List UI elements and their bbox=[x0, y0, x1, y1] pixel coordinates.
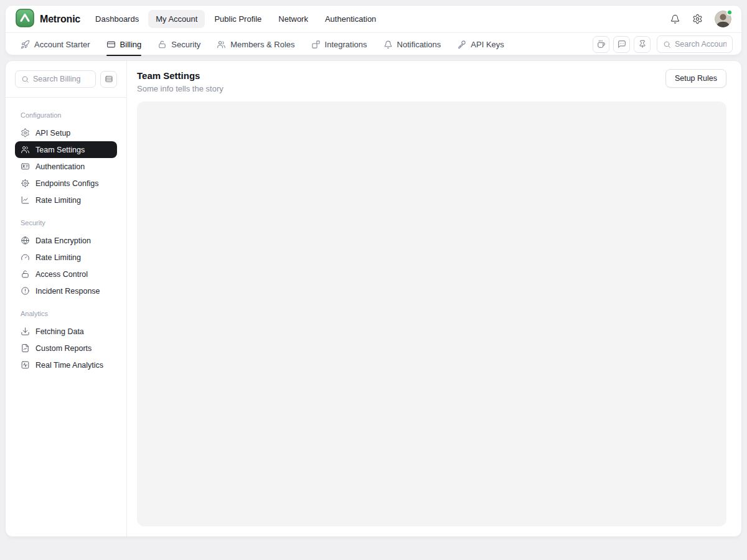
rows-icon bbox=[105, 75, 113, 83]
users-icon bbox=[21, 145, 30, 154]
sidebar-item-label: Data Encryption bbox=[35, 236, 91, 245]
account-search-input[interactable] bbox=[675, 40, 726, 49]
users-icon bbox=[217, 40, 226, 49]
pin-button[interactable] bbox=[634, 36, 651, 53]
sidebar-section-label: Configuration bbox=[15, 111, 117, 119]
sidebar-section-security: SecurityData EncryptionRate LimitingAcce… bbox=[15, 219, 117, 299]
credit-card-icon bbox=[106, 40, 116, 49]
tab-label: Security bbox=[171, 40, 200, 49]
header-actions bbox=[665, 9, 734, 29]
tab-label: Notifications bbox=[397, 40, 441, 49]
tab-security[interactable]: Security bbox=[157, 33, 200, 55]
tab-integrations[interactable]: Integrations bbox=[311, 33, 367, 55]
setup-rules-button[interactable]: Setup Rules bbox=[665, 69, 726, 88]
sidebar-item-authentication[interactable]: Authentication bbox=[15, 158, 117, 175]
sidebar-nav: ConfigurationAPI SetupTeam SettingsAuthe… bbox=[6, 98, 126, 380]
pin-icon bbox=[638, 40, 647, 49]
bell-icon bbox=[670, 14, 680, 24]
billing-search-input[interactable] bbox=[33, 75, 90, 83]
metronic-logo-icon bbox=[16, 9, 34, 30]
sidebar-item-access-control[interactable]: Access Control bbox=[15, 266, 117, 282]
top-header-row: Metronic DashboardsMy AccountPublic Prof… bbox=[6, 6, 741, 33]
coffee-button[interactable] bbox=[593, 36, 609, 53]
lock-icon bbox=[21, 269, 30, 279]
file-chart-icon bbox=[21, 343, 30, 353]
nav-item-authentication[interactable]: Authentication bbox=[317, 10, 383, 28]
gauge-icon bbox=[21, 253, 30, 262]
sidebar-section-analytics: AnalyticsFetching DataCustom ReportsReal… bbox=[15, 310, 117, 373]
download-icon bbox=[21, 327, 30, 336]
sidebar-item-label: Authentication bbox=[35, 162, 85, 171]
notifications-button[interactable] bbox=[665, 9, 685, 29]
alert-circle-icon bbox=[21, 286, 30, 296]
message-icon bbox=[618, 40, 626, 49]
sidebar-item-endpoints-configs[interactable]: Endpoints Configs bbox=[15, 175, 117, 192]
sidebar-item-custom-reports[interactable]: Custom Reports bbox=[15, 340, 117, 357]
online-status-dot bbox=[726, 9, 733, 16]
blocks-icon bbox=[311, 40, 321, 49]
chart-line-icon bbox=[21, 195, 30, 205]
user-avatar[interactable] bbox=[715, 11, 731, 27]
sidebar-section-label: Security bbox=[15, 219, 117, 226]
rocket-icon bbox=[21, 40, 30, 49]
account-search[interactable] bbox=[657, 35, 733, 53]
tab-label: Members & Roles bbox=[230, 40, 294, 49]
sidebar-item-team-settings[interactable]: Team Settings bbox=[15, 141, 117, 158]
sidebar-item-api-setup[interactable]: API Setup bbox=[15, 124, 117, 141]
sidebar-item-label: Custom Reports bbox=[35, 344, 92, 353]
search-icon bbox=[21, 75, 29, 83]
tab-api-keys[interactable]: API Keys bbox=[457, 33, 504, 55]
billing-search[interactable] bbox=[15, 70, 96, 88]
message-button[interactable] bbox=[613, 36, 630, 53]
brand-name: Metronic bbox=[40, 14, 80, 25]
tab-account-starter[interactable]: Account Starter bbox=[21, 33, 90, 55]
sidebar-item-label: Real Time Analytics bbox=[35, 361, 103, 370]
sidebar-item-label: Rate Limiting bbox=[35, 253, 81, 262]
sidebar-view-button[interactable] bbox=[100, 71, 117, 88]
nav-item-dashboards[interactable]: Dashboards bbox=[88, 10, 146, 28]
coffee-icon bbox=[597, 40, 606, 49]
nav-item-public-profile[interactable]: Public Profile bbox=[207, 10, 269, 28]
sidebar-item-incident-response[interactable]: Incident Response bbox=[15, 282, 117, 299]
page-title: Team Settings bbox=[137, 70, 223, 81]
main-card: ConfigurationAPI SetupTeam SettingsAuthe… bbox=[5, 60, 742, 537]
content-area: Team Settings Some info tells the story … bbox=[127, 61, 741, 536]
tabs-toolbar: Account StarterBillingSecurityMembers & … bbox=[6, 33, 741, 55]
sidebar-item-fetching-data[interactable]: Fetching Data bbox=[15, 323, 117, 340]
nav-item-network[interactable]: Network bbox=[271, 10, 316, 28]
tab-bar: Account StarterBillingSecurityMembers & … bbox=[21, 33, 593, 55]
sidebar-item-real-time-analytics[interactable]: Real Time Analytics bbox=[15, 357, 117, 373]
search-icon bbox=[663, 40, 671, 49]
sidebar-item-label: Rate Limiting bbox=[35, 196, 81, 205]
settings-button[interactable] bbox=[687, 9, 707, 29]
sidebar-item-data-encryption[interactable]: Data Encryption bbox=[15, 232, 117, 249]
sidebar-item-label: Fetching Data bbox=[35, 327, 84, 336]
header-card: Metronic DashboardsMy AccountPublic Prof… bbox=[5, 5, 742, 55]
toolbar-actions bbox=[593, 35, 733, 53]
tab-label: Account Starter bbox=[34, 40, 90, 49]
tab-billing[interactable]: Billing bbox=[106, 33, 142, 55]
key-icon bbox=[457, 40, 466, 49]
sidebar-item-label: Endpoints Configs bbox=[35, 179, 98, 188]
toolbar-icon-buttons bbox=[593, 36, 651, 53]
tab-label: Integrations bbox=[325, 40, 367, 49]
cog-icon bbox=[21, 179, 30, 188]
sidebar-section-configuration: ConfigurationAPI SetupTeam SettingsAuthe… bbox=[15, 111, 117, 208]
tab-members-roles[interactable]: Members & Roles bbox=[217, 33, 294, 55]
lock-icon bbox=[157, 40, 167, 49]
id-card-icon bbox=[21, 162, 30, 171]
gear-icon bbox=[692, 14, 703, 24]
nav-item-my-account[interactable]: My Account bbox=[148, 10, 205, 28]
tab-notifications[interactable]: Notifications bbox=[383, 33, 441, 55]
brand[interactable]: Metronic bbox=[16, 9, 80, 30]
sidebar-item-rate-limiting[interactable]: Rate Limiting bbox=[15, 192, 117, 208]
sidebar-item-label: Team Settings bbox=[35, 146, 85, 154]
sidebar-item-label: Incident Response bbox=[35, 287, 100, 296]
top-nav: DashboardsMy AccountPublic ProfileNetwor… bbox=[88, 10, 665, 28]
sidebar-item-rate-limiting[interactable]: Rate Limiting bbox=[15, 249, 117, 266]
content-heading-block: Team Settings Some info tells the story bbox=[137, 69, 223, 93]
sidebar: ConfigurationAPI SetupTeam SettingsAuthe… bbox=[6, 61, 127, 536]
sidebar-section-label: Analytics bbox=[15, 310, 117, 317]
content-placeholder bbox=[137, 101, 726, 526]
sidebar-search-row bbox=[6, 61, 126, 98]
